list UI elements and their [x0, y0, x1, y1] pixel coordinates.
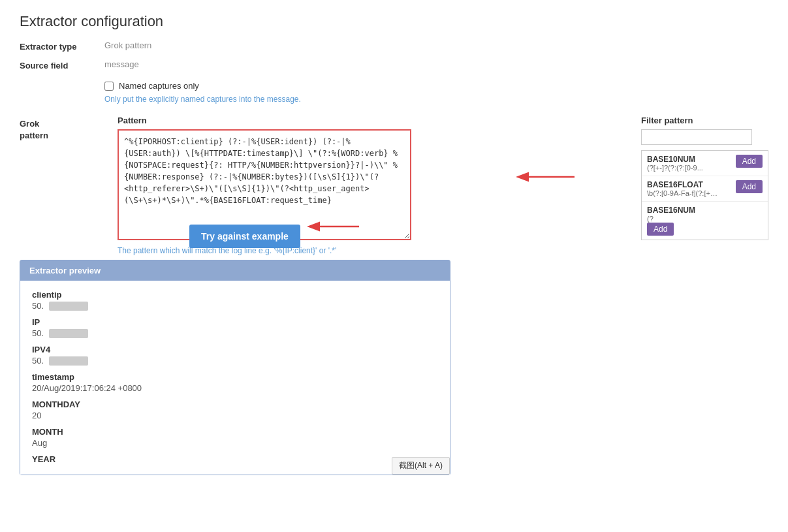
- extractor-preview-section: Extractor preview clientip50. IP50. IPV4…: [20, 260, 450, 475]
- preview-field-value: 20: [32, 411, 438, 420]
- field-value-text: 50.: [32, 356, 44, 366]
- filter-item-name: BASE10NUM: [647, 155, 731, 164]
- named-captures-hint: Only put the explicitly named captures i…: [104, 95, 768, 104]
- preview-field-value: 50.: [32, 328, 438, 338]
- filter-col: Filter pattern BASE10NUM (?[+-]?(?:(?:[0…: [641, 116, 768, 255]
- filter-header: Filter pattern: [641, 116, 768, 125]
- field-value-text: Aug: [32, 438, 47, 448]
- preview-field-value: Aug: [32, 438, 438, 448]
- arrow-try-decoration: [307, 217, 366, 236]
- named-captures-label: Named captures only: [119, 81, 199, 91]
- field-value-text: 50.: [32, 328, 44, 338]
- preview-field-name: MONTH: [32, 427, 438, 437]
- filter-add-button-0[interactable]: Add: [736, 155, 763, 168]
- source-field-label: Source field: [20, 59, 104, 70]
- preview-body: clientip50. IP50. IPV450. timestamp20/Au…: [20, 281, 450, 475]
- pattern-textarea[interactable]: ^%{IPORHOST:clientip} (?:-|%{USER:ident}…: [118, 129, 411, 240]
- preview-field-name: IP: [32, 317, 438, 327]
- page-title: Extractor configuration: [20, 13, 768, 30]
- preview-field-name: IPV4: [32, 345, 438, 354]
- preview-field-name: MONTHDAY: [32, 399, 438, 409]
- preview-field-value: 20/Aug/2019:17:06:24 +0800: [32, 383, 438, 393]
- source-field-value: message: [104, 59, 139, 69]
- filter-search-input[interactable]: [641, 129, 752, 145]
- blurred-value: [49, 356, 88, 366]
- preview-field-value: 50.: [32, 356, 438, 366]
- extractor-type-label: Extractor type: [20, 40, 104, 52]
- filter-item-pattern: (?[+-]?(?:(?:[0-9...: [647, 164, 719, 172]
- filter-item-info: BASE10NUM (?[+-]?(?:(?:[0-9...: [647, 155, 731, 172]
- filter-add-button-1[interactable]: Add: [736, 180, 763, 193]
- field-value-text: 20/Aug/2019:17:06:24 +0800: [32, 383, 142, 393]
- filter-item: BASE16NUM (? Add: [642, 202, 768, 240]
- pattern-header: Pattern: [118, 116, 628, 125]
- filter-item-name: BASE16NUM: [647, 206, 763, 215]
- source-field-row: Source field message: [20, 59, 768, 70]
- filter-item-pattern: (?: [647, 215, 719, 223]
- preview-field-value: 50.: [32, 301, 438, 311]
- named-captures-row: Named captures only: [104, 81, 768, 91]
- filter-item-pattern: \b(?:[0-9A-Fa-f](?:[+-]?(?:...: [647, 189, 719, 197]
- preview-header: Extractor preview: [20, 260, 450, 281]
- filter-item-info: BASE16FLOAT \b(?:[0-9A-Fa-f](?:[+-]?(?:.…: [647, 180, 731, 197]
- named-captures-checkbox[interactable]: [104, 82, 114, 91]
- preview-field-name: timestamp: [32, 372, 438, 382]
- extractor-type-value: Grok pattern: [104, 40, 151, 50]
- filter-item-name: BASE16FLOAT: [647, 180, 731, 189]
- preview-field-name: YEAR: [32, 454, 438, 464]
- screenshot-badge[interactable]: 截图(Alt + A): [392, 457, 450, 475]
- blurred-value: [49, 302, 88, 311]
- field-value-text: 20: [32, 411, 41, 420]
- filter-item: BASE16FLOAT \b(?:[0-9A-Fa-f](?:[+-]?(?:.…: [642, 176, 768, 202]
- filter-items-list: BASE10NUM (?[+-]?(?:(?:[0-9... Add BASE1…: [641, 150, 768, 240]
- field-value-text: 50.: [32, 301, 44, 311]
- filter-item: BASE10NUM (?[+-]?(?:(?:[0-9... Add: [642, 151, 768, 176]
- filter-item-info: BASE16NUM (? Add: [647, 206, 763, 236]
- grok-section: Grok pattern Pattern ^%{IPORHOST:clienti…: [20, 116, 768, 255]
- preview-field-name: clientip: [32, 290, 438, 300]
- blurred-value: [49, 329, 88, 338]
- grok-pattern-label: Grok pattern: [20, 116, 104, 142]
- filter-add-button-2[interactable]: Add: [647, 223, 674, 236]
- extractor-type-row: Extractor type Grok pattern: [20, 40, 768, 52]
- try-against-example-button[interactable]: Try against example: [189, 225, 300, 248]
